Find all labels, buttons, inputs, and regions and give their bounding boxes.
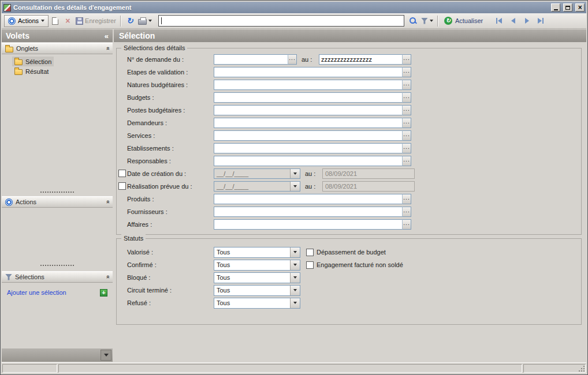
budgets-lookup-button[interactable] bbox=[402, 92, 411, 103]
field-input-group bbox=[214, 194, 411, 204]
natures-budgetaires-lookup-button[interactable] bbox=[402, 80, 411, 90]
first-record-button[interactable] bbox=[492, 15, 506, 27]
responsables-lookup-button[interactable] bbox=[402, 156, 411, 166]
demandeurs-lookup-button[interactable] bbox=[402, 118, 411, 128]
section-onglets[interactable]: Onglets bbox=[2, 43, 113, 54]
triangle-down-icon bbox=[293, 264, 297, 266]
etapes-validation-lookup-button[interactable] bbox=[402, 67, 411, 77]
sync-button[interactable] bbox=[124, 15, 136, 27]
titlebar[interactable]: Consultation des détails d'engagement bbox=[2, 2, 586, 13]
last-record-button[interactable] bbox=[534, 15, 548, 27]
add-selection-link[interactable]: Ajouter une sélection bbox=[7, 289, 66, 296]
maximize-button[interactable] bbox=[563, 3, 572, 12]
realisation-prevue-to-field: 08/09/2021 bbox=[322, 181, 415, 192]
status-label: Valorisé : bbox=[127, 249, 214, 256]
delete-button[interactable] bbox=[61, 15, 74, 27]
chevron-down-icon bbox=[104, 354, 109, 357]
chevron-up-icon[interactable] bbox=[104, 200, 111, 204]
minimize-button[interactable] bbox=[551, 3, 560, 12]
chevron-down-icon[interactable] bbox=[290, 273, 300, 283]
produits-input[interactable] bbox=[214, 194, 402, 204]
toolbar-separator bbox=[437, 16, 438, 27]
chevron-down-icon[interactable] bbox=[290, 247, 300, 257]
demandeurs-input[interactable] bbox=[214, 118, 402, 128]
app-icon bbox=[3, 4, 11, 12]
new-document-button[interactable] bbox=[49, 15, 61, 27]
chevron-down-icon[interactable] bbox=[290, 286, 300, 295]
etablissements-input[interactable] bbox=[214, 143, 402, 153]
produits-lookup-button[interactable] bbox=[402, 194, 411, 204]
fournisseurs-input[interactable] bbox=[214, 207, 402, 217]
filter-button[interactable] bbox=[419, 15, 435, 27]
date-creation-checkbox[interactable] bbox=[118, 170, 126, 177]
field-row: Etapes de validation : bbox=[117, 66, 581, 78]
chevron-down-icon[interactable] bbox=[290, 260, 300, 270]
save-button[interactable]: Enregistrer bbox=[74, 15, 118, 27]
resize-grip[interactable] bbox=[578, 365, 585, 372]
services-input[interactable] bbox=[214, 130, 402, 141]
affaires-lookup-button[interactable] bbox=[402, 219, 411, 230]
realisation-prevue-checkbox[interactable] bbox=[118, 182, 126, 190]
search-input[interactable] bbox=[159, 16, 404, 26]
actions-menu-button[interactable]: Actions bbox=[4, 15, 49, 27]
next-record-button[interactable] bbox=[520, 15, 534, 27]
circuit-termine-select[interactable]: Tous bbox=[214, 285, 300, 296]
services-lookup-button[interactable] bbox=[402, 130, 411, 141]
status-row: Refusé : Tous bbox=[117, 297, 581, 309]
demande-to-lookup-button[interactable] bbox=[402, 54, 411, 65]
responsables-input[interactable] bbox=[214, 156, 402, 166]
search-button[interactable] bbox=[407, 15, 419, 27]
nav-first-icon bbox=[498, 18, 502, 24]
tree-item-resultat[interactable]: Résultat bbox=[12, 66, 51, 76]
fournisseurs-lookup-button[interactable] bbox=[402, 207, 411, 217]
close-button[interactable] bbox=[575, 3, 585, 12]
au-label: au : bbox=[302, 56, 317, 63]
field-row: Réalisation prévue du : __/__/____ au : … bbox=[117, 180, 581, 193]
refuse-select[interactable]: Tous bbox=[214, 298, 300, 309]
demande-to-input[interactable] bbox=[319, 54, 402, 65]
add-icon[interactable] bbox=[100, 289, 107, 297]
field-row: Budgets : bbox=[117, 91, 581, 104]
postes-budgetaires-lookup-button[interactable] bbox=[402, 105, 411, 115]
triangle-down-icon bbox=[293, 251, 297, 253]
chevron-up-icon[interactable] bbox=[104, 47, 111, 50]
chevron-down-icon[interactable] bbox=[290, 169, 300, 178]
etapes-validation-input[interactable] bbox=[214, 67, 402, 77]
tree-item-selection[interactable]: Sélection bbox=[12, 57, 54, 66]
chevron-up-icon[interactable] bbox=[104, 275, 111, 279]
nav-prev-icon bbox=[511, 18, 515, 24]
groupbox-title: Sélections des détails bbox=[121, 44, 187, 52]
chevron-down-icon[interactable] bbox=[290, 298, 300, 308]
affaires-input[interactable] bbox=[214, 219, 402, 230]
valorise-select[interactable]: Tous bbox=[214, 247, 300, 258]
filter-icon bbox=[421, 18, 428, 24]
postes-budgetaires-input[interactable] bbox=[214, 105, 402, 115]
depassement-budget-checkbox[interactable] bbox=[306, 249, 314, 256]
etablissements-lookup-button[interactable] bbox=[402, 143, 411, 153]
sync-icon bbox=[126, 16, 133, 25]
section-actions[interactable]: Actions bbox=[2, 196, 113, 208]
collapse-panel-button[interactable] bbox=[105, 32, 109, 40]
demande-from-lookup-button[interactable] bbox=[288, 54, 297, 65]
date-creation-from-combo[interactable]: __/__/____ bbox=[214, 168, 300, 179]
print-button[interactable] bbox=[136, 15, 154, 27]
bloque-select[interactable]: Tous bbox=[214, 272, 300, 283]
budgets-input[interactable] bbox=[214, 92, 402, 103]
actions-label: Actions bbox=[18, 17, 39, 24]
panel-options-button[interactable] bbox=[101, 350, 111, 361]
section-selections[interactable]: Sélections bbox=[2, 271, 113, 283]
sidebar-bottom-bar[interactable] bbox=[2, 348, 113, 362]
filter-icon bbox=[5, 274, 12, 280]
natures-budgetaires-input[interactable] bbox=[214, 80, 402, 90]
field-input-group bbox=[214, 219, 411, 230]
engagement-facture-checkbox[interactable] bbox=[306, 261, 314, 269]
record-navigation bbox=[492, 15, 548, 27]
field-label: Etablissements : bbox=[127, 145, 214, 152]
nav-last-icon bbox=[542, 18, 544, 24]
chevron-down-icon[interactable] bbox=[290, 182, 300, 191]
demande-from-input[interactable] bbox=[214, 54, 288, 65]
previous-record-button[interactable] bbox=[506, 15, 520, 27]
confirme-select[interactable]: Tous bbox=[214, 260, 300, 271]
realisation-prevue-from-combo[interactable]: __/__/____ bbox=[214, 181, 300, 192]
actualiser-button[interactable]: Actualiser bbox=[441, 15, 486, 27]
